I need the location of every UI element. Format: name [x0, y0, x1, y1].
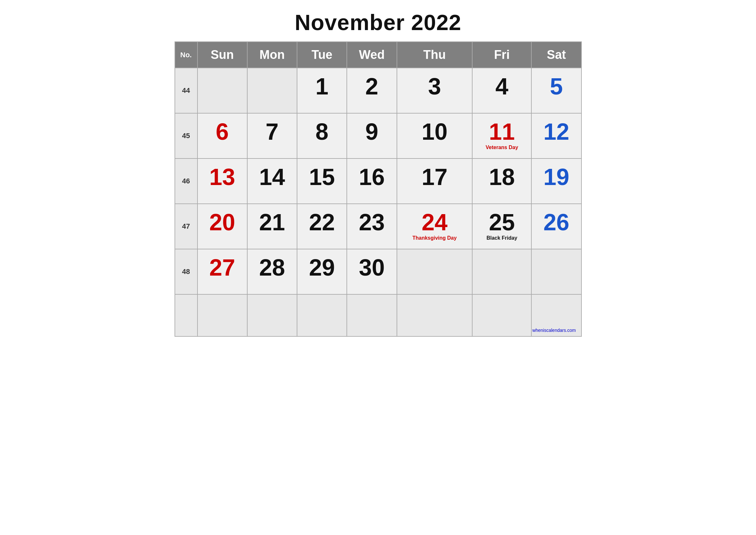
calendar-table: No. Sun Mon Tue Wed Thu Fri Sat 44123454… [175, 42, 582, 337]
day-cell: 13 [198, 158, 247, 204]
day-cell: 19 [531, 158, 581, 204]
day-cell: 1 [297, 68, 347, 113]
day-cell [397, 249, 472, 294]
day-cell [531, 249, 581, 294]
day-cell: 21 [247, 204, 297, 249]
week-number: 47 [175, 204, 198, 249]
day-number: 22 [302, 211, 342, 234]
day-cell: 25Black Friday [472, 204, 531, 249]
day-number: 7 [252, 120, 292, 143]
day-cell: 23 [347, 204, 396, 249]
holiday-label: Thanksgiving Day [402, 235, 468, 241]
day-cell: 5 [531, 68, 581, 113]
day-cell [397, 294, 472, 336]
day-cell: 6 [198, 113, 247, 158]
header-row: No. Sun Mon Tue Wed Thu Fri Sat [175, 42, 581, 68]
day-number: 30 [352, 256, 392, 279]
day-number: 25 [477, 211, 526, 234]
day-number: 15 [302, 165, 342, 188]
day-cell: 17 [397, 158, 472, 204]
day-number: 3 [402, 75, 468, 98]
day-cell [247, 294, 297, 336]
day-cell: 20 [198, 204, 247, 249]
day-cell: 27 [198, 249, 247, 294]
week-number: 45 [175, 113, 198, 158]
day-number: 16 [352, 165, 392, 188]
header-sat: Sat [531, 42, 581, 68]
day-cell [198, 294, 247, 336]
day-number: 27 [202, 256, 242, 279]
header-wed: Wed [347, 42, 396, 68]
week-number: 44 [175, 68, 198, 113]
day-number: 9 [352, 120, 392, 143]
day-number: 1 [302, 75, 342, 98]
day-number: 17 [402, 165, 468, 188]
week-row: 472021222324Thanksgiving Day25Black Frid… [175, 204, 581, 249]
day-cell: 15 [297, 158, 347, 204]
week-row: wheniscalendars.com [175, 294, 581, 336]
header-fri: Fri [472, 42, 531, 68]
day-cell [198, 68, 247, 113]
day-cell: 2 [347, 68, 396, 113]
day-cell: 26 [531, 204, 581, 249]
day-number: 11 [477, 120, 526, 143]
week-number: 48 [175, 249, 198, 294]
day-number: 13 [202, 165, 242, 188]
day-number: 6 [202, 120, 242, 143]
day-cell: 8 [297, 113, 347, 158]
day-cell: 7 [247, 113, 297, 158]
day-number: 14 [252, 165, 292, 188]
day-cell: 24Thanksgiving Day [397, 204, 472, 249]
day-number: 28 [252, 256, 292, 279]
day-cell: 9 [347, 113, 396, 158]
day-cell [297, 294, 347, 336]
day-cell: 4 [472, 68, 531, 113]
day-cell: 30 [347, 249, 396, 294]
day-number: 29 [302, 256, 342, 279]
calendar-container: November 2022 No. Sun Mon Tue Wed Thu Fr… [175, 10, 582, 337]
day-number: 20 [202, 211, 242, 234]
week-row: 4827282930 [175, 249, 581, 294]
header-sun: Sun [198, 42, 247, 68]
header-thu: Thu [397, 42, 472, 68]
day-cell [347, 294, 396, 336]
day-cell: wheniscalendars.com [531, 294, 581, 336]
week-row: 4613141516171819 [175, 158, 581, 204]
day-number: 2 [352, 75, 392, 98]
day-cell: 18 [472, 158, 531, 204]
day-number: 12 [536, 120, 576, 143]
header-mon: Mon [247, 42, 297, 68]
day-number: 5 [536, 75, 576, 98]
day-cell: 16 [347, 158, 396, 204]
day-cell: 3 [397, 68, 472, 113]
day-number: 24 [402, 211, 468, 234]
day-cell [247, 68, 297, 113]
header-no: No. [175, 42, 198, 68]
day-cell: 12 [531, 113, 581, 158]
week-number: 46 [175, 158, 198, 204]
day-number: 26 [536, 211, 576, 234]
day-cell [472, 294, 531, 336]
day-number: 8 [302, 120, 342, 143]
day-cell: 22 [297, 204, 347, 249]
calendar-title: November 2022 [175, 10, 582, 35]
day-number: 19 [536, 165, 576, 188]
day-cell [472, 249, 531, 294]
day-number: 4 [477, 75, 526, 98]
day-cell: 28 [247, 249, 297, 294]
day-number: 10 [402, 120, 468, 143]
day-number: 21 [252, 211, 292, 234]
day-number: 18 [477, 165, 526, 188]
week-number [175, 294, 198, 336]
day-number: 23 [352, 211, 392, 234]
holiday-label: Black Friday [477, 235, 526, 241]
header-tue: Tue [297, 42, 347, 68]
day-cell: 10 [397, 113, 472, 158]
day-cell: 29 [297, 249, 347, 294]
holiday-label: Veterans Day [477, 145, 526, 151]
week-row: 4412345 [175, 68, 581, 113]
watermark: wheniscalendars.com [530, 326, 579, 334]
day-cell: 11Veterans Day [472, 113, 531, 158]
calendar-body: 44123454567891011Veterans Day12461314151… [175, 68, 581, 336]
day-cell: 14 [247, 158, 297, 204]
